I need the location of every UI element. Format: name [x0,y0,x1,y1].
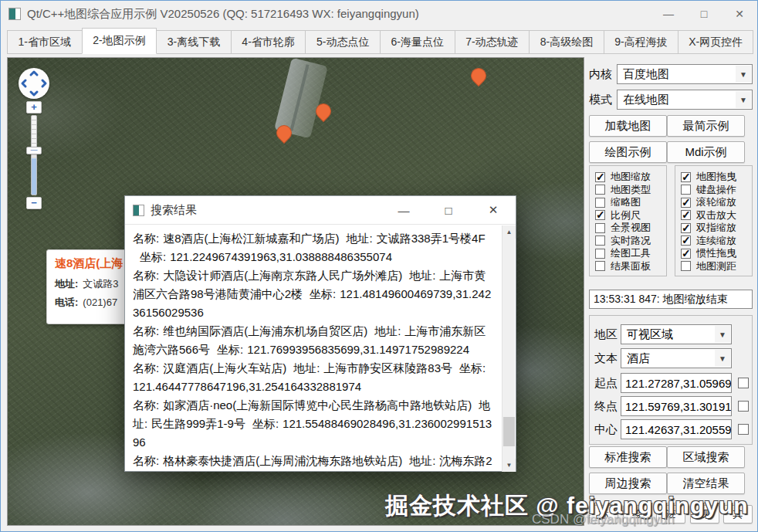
address-label: 地址: [374,324,401,337]
checkbox[interactable] [681,198,691,208]
tab[interactable]: 1-省市区域 [7,30,83,54]
zoom-out-button[interactable]: − [26,197,42,209]
checkbox-row[interactable]: 地图拖曳 [681,171,752,184]
tab-label: 9-高程海拔 [614,36,667,49]
search-results-list[interactable]: 名称:速8酒店(上海松江新城嘉和广场店)地址:文诚路338弄1号楼4F坐标:12… [125,225,516,472]
mini-button[interactable]: 其 [723,505,753,524]
mini-button[interactable]: 视 [690,505,719,524]
center-row: 中心 121.42637,31.20559 [594,419,749,439]
checkbox[interactable] [595,172,605,182]
checkbox-row[interactable]: 地图缩放 [595,171,666,184]
checkbox-row[interactable]: 连续缩放 [681,235,752,248]
checkbox-row[interactable]: 全景视图 [595,222,666,235]
action-button[interactable]: 加载地图 [589,115,667,137]
center-input[interactable]: 121.42637,31.20559 [621,419,732,439]
map-pan-control[interactable] [19,68,49,99]
mini-button[interactable]: 迹 [656,505,685,524]
checkbox[interactable] [595,223,605,233]
map-pin-icon[interactable] [314,103,331,120]
tab[interactable]: 6-海量点位 [380,30,455,54]
map-pin-icon[interactable] [275,125,292,142]
checkbox-row[interactable]: 惯性拖曳 [681,247,752,260]
checkbox[interactable] [681,210,691,220]
action-buttons: 加载地图 最简示例 绘图示例 Mdi示例 [589,115,753,168]
zoom-slider-track[interactable]: — [31,115,37,195]
checkbox-row[interactable]: 实时路况 [595,235,666,248]
checkbox[interactable] [681,261,691,271]
chevron-down-icon: ▼ [736,66,751,83]
tab[interactable]: 9-高程海拔 [604,30,679,54]
maximize-icon[interactable]: □ [686,1,722,27]
search-button[interactable]: 周边搜索 [589,473,667,494]
action-button[interactable]: 最简示例 [667,115,745,137]
hotel-coord: 121.46447778647196,31.254164332881974 [133,380,361,393]
search-button[interactable]: 清空结果 [667,473,745,494]
info-window-title: 速8酒店(上海 [55,256,126,271]
text-select[interactable]: 酒店 ▼ [621,348,732,368]
dialog-title-bar[interactable]: 搜索结果 — □ ✕ [125,196,516,225]
checkbox-row[interactable]: 键盘操作 [681,184,752,197]
search-button[interactable]: 标准搜索 [589,446,667,468]
tab[interactable]: 8-高级绘图 [529,30,604,54]
checkbox-row[interactable]: 双指缩放 [681,222,752,235]
tab[interactable]: 3-离线下载 [156,30,232,54]
action-button[interactable]: 绘图示例 [589,141,667,163]
tab[interactable]: X-网页控件 [678,30,753,54]
dialog-minimize-icon[interactable]: — [381,196,426,224]
start-input[interactable]: 121.27287,31.05969 [621,373,732,393]
checkbox[interactable] [681,185,691,195]
kernel-select[interactable]: 百度地图 ▼ [617,64,753,84]
checkbox[interactable] [595,198,605,208]
checkbox-row[interactable]: 双击放大 [681,209,752,222]
checkbox[interactable] [681,172,691,182]
checkbox-label: 连续缩放 [696,234,736,248]
tab[interactable]: 4-省市轮廓 [231,30,306,54]
map-pin-icon[interactable] [469,68,486,85]
center-checkbox[interactable] [738,424,749,435]
checkbox[interactable] [681,236,691,246]
end-input[interactable]: 121.59769,31.30191 [621,396,732,416]
checkbox[interactable] [595,210,605,220]
region-label: 地区 [594,327,621,342]
close-icon[interactable]: ✕ [722,1,757,27]
hotel-name: 维也纳国际酒店(上海浦东机场自贸区店) [163,324,367,337]
mini-button[interactable]: 绘 [623,505,652,524]
checkbox[interactable] [681,249,691,259]
action-button[interactable]: Mdi示例 [667,141,745,163]
checkbox-row[interactable]: 比例尺 [595,209,666,222]
checkbox-row[interactable]: 缩略图 [595,196,666,209]
minimize-icon[interactable]: — [651,1,686,27]
hotel-coord: 121.76993956835699,31.14971752989224 [247,343,469,356]
tab-label: 7-动态轨迹 [465,36,518,49]
scroll-down-icon[interactable]: ▼ [503,459,516,472]
checkbox-row[interactable]: 地图测距 [681,260,752,273]
search-button[interactable]: 区域搜索 [667,446,745,468]
dialog-close-icon[interactable]: ✕ [471,196,516,224]
zoom-slider-handle[interactable]: — [26,147,42,154]
checkbox[interactable] [595,236,605,246]
dialog-scrollbar[interactable]: ▲ ▼ [502,225,515,472]
mode-select[interactable]: 在线地图 ▼ [617,90,753,110]
checkbox-row[interactable]: 滚轮缩放 [681,196,752,209]
region-select[interactable]: 可视区域 ▼ [621,324,732,344]
checkbox[interactable] [595,185,605,195]
dialog-maximize-icon[interactable]: □ [426,196,471,224]
tab[interactable]: 2-地图示例 [82,28,157,54]
checkbox-row[interactable]: 绘图工具 [595,247,666,260]
scroll-up-icon[interactable]: ▲ [503,225,516,239]
mode-row: 模式 在线地图 ▼ [589,90,753,110]
checkbox[interactable] [595,249,605,259]
zoom-in-button[interactable]: + [26,101,42,114]
scrollbar-thumb[interactable] [503,417,515,446]
mini-button[interactable]: 标 [589,505,618,524]
tab[interactable]: 7-动态轨迹 [455,30,530,54]
end-checkbox[interactable] [738,401,749,412]
checkbox-row[interactable]: 地图类型 [595,184,666,197]
checkbox[interactable] [681,223,691,233]
tab[interactable]: 5-动态点位 [305,30,381,54]
checkbox-row[interactable]: 结果面板 [595,260,666,273]
start-checkbox[interactable] [738,378,749,388]
center-label: 中心 [594,422,621,437]
region-value: 可视区域 [627,327,673,342]
checkbox[interactable] [595,261,605,271]
